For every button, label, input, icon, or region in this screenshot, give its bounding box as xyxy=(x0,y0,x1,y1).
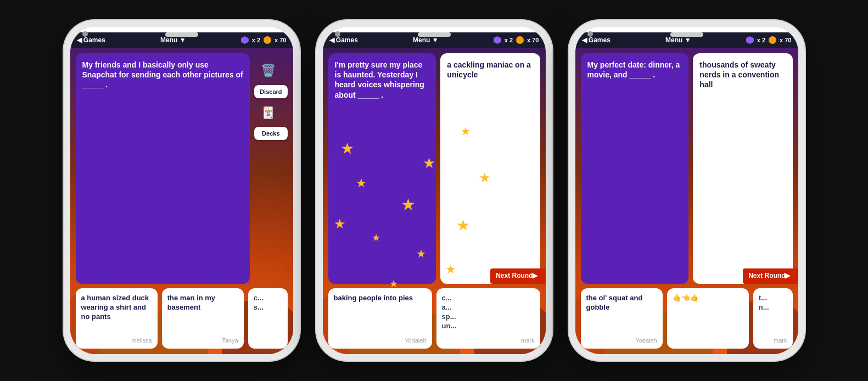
back-arrow-2[interactable]: ◀ Games xyxy=(329,36,358,44)
next-round-btn-3[interactable]: Next Round▶ xyxy=(743,268,798,284)
phone-2: ◀ Games Menu ▼ x 2 x 70 ★ xyxy=(316,20,552,361)
cards-top-2: I'm pretty sure my place is haunted. Yes… xyxy=(323,48,546,286)
purple-card-3: My perfect date: dinner, a movie, and __… xyxy=(581,53,689,284)
phone-notch-1 xyxy=(70,27,293,32)
trash-icon-1: 🗑️ xyxy=(254,59,282,83)
back-arrow-3[interactable]: ◀ Games xyxy=(582,36,611,44)
cards-top-3: My perfect date: dinner, a movie, and __… xyxy=(575,48,798,286)
shield-count-3: x 2 xyxy=(757,37,765,43)
bottom-card-3a-author: Yodaleh xyxy=(635,337,657,344)
cards-bottom-1: a human sized duck wearing a shirt and n… xyxy=(70,286,293,354)
coin-icon-3 xyxy=(769,36,776,44)
camera-3 xyxy=(587,31,593,37)
menu-label-1: Menu ▼ xyxy=(160,36,186,44)
coin-count-3: x 70 xyxy=(780,37,791,43)
coin-icon-1 xyxy=(264,36,271,44)
bottom-card-3b-text: 🤙👈🤙 xyxy=(673,294,699,302)
menu-label-2: Menu ▼ xyxy=(413,36,439,44)
bottom-card-3a-text: the ol' squat and gobble xyxy=(586,294,643,311)
status-right-3: x 2 x 70 xyxy=(746,36,792,44)
bottom-card-3b[interactable]: 🤙👈🤙 xyxy=(667,288,749,349)
back-nav-2[interactable]: ◀ Games xyxy=(329,36,358,44)
coin-icon-2 xyxy=(516,36,524,44)
purple-card-1: My friends and I basically only use Snap… xyxy=(76,53,250,284)
bottom-card-1b-text: the man in my basement xyxy=(167,294,215,311)
back-nav-1[interactable]: ◀ Games xyxy=(77,36,105,44)
white-card-top-text-2: a cackling maniac on a unicycle xyxy=(447,60,531,79)
shield-count-2: x 2 xyxy=(505,37,513,43)
discard-button-1[interactable]: Discard xyxy=(254,85,287,98)
speaker-1 xyxy=(165,32,198,37)
coin-count-2: x 70 xyxy=(527,37,539,43)
shield-icon-2 xyxy=(494,36,501,44)
camera-2 xyxy=(335,31,340,37)
coin-count-1: x 70 xyxy=(275,37,286,43)
action-buttons-1: 🗑️ Discard 🃏 Decks xyxy=(254,53,287,284)
decks-button-1[interactable]: Decks xyxy=(254,127,287,140)
status-right-2: x 2 x 70 xyxy=(494,36,539,44)
menu-btn-1[interactable]: Menu ▼ xyxy=(160,36,186,44)
shield-icon-1 xyxy=(241,36,249,44)
bottom-card-1c: c...s... xyxy=(248,288,288,349)
purple-card-text-3: My perfect date: dinner, a movie, and __… xyxy=(587,60,680,79)
speaker-3 xyxy=(670,32,703,37)
bottom-card-2b-text: c...a...sp...un... xyxy=(442,294,457,330)
phone-1: ◀ Games Menu ▼ x 2 x 70 xyxy=(64,20,300,361)
shield-count-1: x 2 xyxy=(252,37,260,43)
bottom-card-1b-author: Tanya xyxy=(222,337,238,344)
back-nav-3[interactable]: ◀ Games xyxy=(582,36,611,44)
camera-1 xyxy=(82,31,88,37)
bottom-card-2b-author: mark xyxy=(521,337,534,344)
speaker-2 xyxy=(418,32,451,37)
bottom-card-1b[interactable]: the man in my basement Tanya xyxy=(162,288,244,349)
purple-card-text-1: My friends and I basically only use Snap… xyxy=(82,60,243,89)
phone-3: ◀ Games Menu ▼ x 2 x 70 xyxy=(569,20,805,361)
game-area-1: My friends and I basically only use Snap… xyxy=(70,48,293,354)
bottom-card-1a[interactable]: a human sized duck wearing a shirt and n… xyxy=(76,288,158,349)
menu-label-3: Menu ▼ xyxy=(665,36,691,44)
cards-bottom-3: the ol' squat and gobble Yodaleh 🤙👈🤙 t..… xyxy=(575,286,798,354)
bottom-card-3c: t...n... mark xyxy=(753,288,793,349)
game-area-2: ★ ★ ★ ★ ★ ★ ★ ★ ★ ★ ★ ★ I'm pretty sure … xyxy=(323,48,546,354)
phones-container: ◀ Games Menu ▼ x 2 x 70 xyxy=(64,20,805,361)
bottom-card-3a[interactable]: the ol' squat and gobble Yodaleh xyxy=(581,288,663,349)
menu-btn-3[interactable]: Menu ▼ xyxy=(665,36,691,44)
phone-notch-2 xyxy=(323,27,546,32)
shield-icon-3 xyxy=(746,36,754,44)
white-card-top-2: a cackling maniac on a unicycle melissa … xyxy=(440,53,540,284)
bottom-card-2a-text: baking people into pies xyxy=(334,294,413,302)
bottom-card-2a[interactable]: baking people into pies Yodaleh xyxy=(328,288,432,349)
cards-top-1: My friends and I basically only use Snap… xyxy=(70,48,293,286)
back-arrow-1[interactable]: ◀ Games xyxy=(77,36,105,44)
purple-card-text-2: I'm pretty sure my place is haunted. Yes… xyxy=(335,60,424,99)
menu-btn-2[interactable]: Menu ▼ xyxy=(413,36,439,44)
game-area-3: My perfect date: dinner, a movie, and __… xyxy=(575,48,798,354)
cards-bottom-2: baking people into pies Yodaleh c...a...… xyxy=(323,286,546,354)
bottom-card-1a-text: a human sized duck wearing a shirt and n… xyxy=(81,294,149,321)
phone-notch-3 xyxy=(575,27,798,32)
purple-card-2: I'm pretty sure my place is haunted. Yes… xyxy=(328,53,436,284)
white-card-top-3: thousands of sweaty nerds in a conventio… xyxy=(693,53,792,284)
bottom-card-2a-author: Yodaleh xyxy=(405,337,426,344)
bottom-card-1a-author: melissa xyxy=(131,337,152,344)
bottom-card-1c-text: c...s... xyxy=(254,294,264,311)
status-right-1: x 2 x 70 xyxy=(241,36,287,44)
bottom-card-3c-author: mark xyxy=(774,337,787,344)
bottom-card-3c-text: t...n... xyxy=(759,294,769,311)
decks-icon-1: 🃏 xyxy=(254,100,282,125)
bottom-card-2b: c...a...sp...un... mark xyxy=(436,288,540,349)
next-round-btn-2[interactable]: Next Round▶ xyxy=(490,268,545,284)
white-card-top-text-3: thousands of sweaty nerds in a conventio… xyxy=(699,60,779,89)
